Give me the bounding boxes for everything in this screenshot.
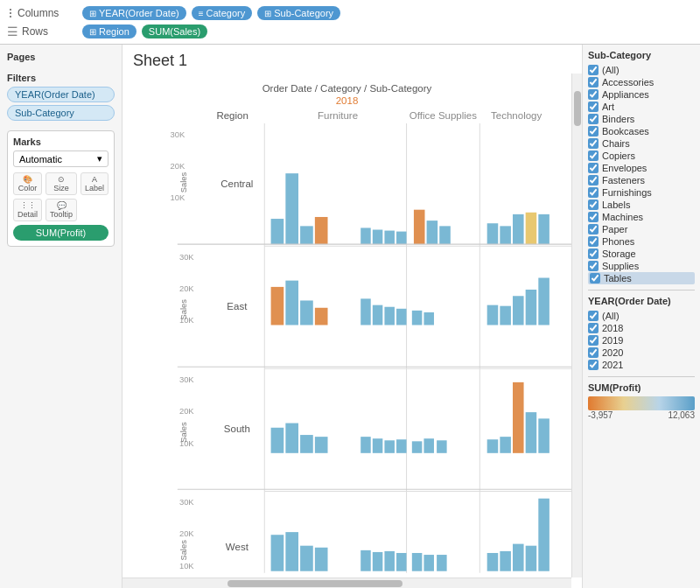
subcategory-appliances[interactable]: Appliances bbox=[588, 88, 695, 101]
subcategory-chairs-label: Chairs bbox=[602, 138, 630, 149]
subcategory-labels-checkbox[interactable] bbox=[588, 200, 598, 210]
subcategory-all-checkbox[interactable] bbox=[588, 65, 598, 75]
subcategory-binders-checkbox[interactable] bbox=[588, 114, 598, 124]
year-2019[interactable]: 2019 bbox=[588, 334, 695, 346]
subcategory-tables-checkbox[interactable] bbox=[590, 273, 600, 284]
svg-rect-92 bbox=[437, 555, 447, 571]
subcategory-fasteners[interactable]: Fasteners bbox=[588, 174, 695, 186]
subcategory-filter-title: Sub-Category bbox=[588, 50, 695, 60]
filter-year[interactable]: YEAR(Order Date) bbox=[7, 87, 115, 102]
marks-section: Marks Automatic ▾ 🎨 Color ⊙ Size A bbox=[7, 130, 115, 247]
subcategory-pill[interactable]: ⊞ Sub-Category bbox=[257, 6, 340, 20]
svg-rect-52 bbox=[526, 290, 537, 325]
svg-rect-68 bbox=[412, 441, 423, 452]
subcategory-fasteners-checkbox[interactable] bbox=[588, 175, 598, 186]
svg-rect-44 bbox=[373, 305, 383, 326]
legend-title: SUM(Profit) bbox=[588, 382, 695, 393]
tooltip-button[interactable]: 💬 Tooltip bbox=[46, 199, 77, 221]
category-pill[interactable]: ≡ Category bbox=[192, 6, 252, 20]
svg-rect-41 bbox=[300, 300, 313, 325]
marks-dropdown[interactable]: Automatic ▾ bbox=[13, 150, 108, 167]
year-all[interactable]: (All) bbox=[588, 310, 695, 322]
subcategory-furnishings-checkbox[interactable] bbox=[588, 187, 598, 198]
year-2020[interactable]: 2020 bbox=[588, 346, 695, 359]
subcategory-paper[interactable]: Paper bbox=[588, 223, 695, 235]
year-2020-checkbox[interactable] bbox=[588, 347, 598, 358]
subcategory-supplies[interactable]: Supplies bbox=[588, 260, 695, 272]
subcategory-machines-checkbox[interactable] bbox=[588, 212, 598, 222]
subcategory-bookcases-checkbox[interactable] bbox=[588, 126, 598, 136]
color-button[interactable]: 🎨 Color bbox=[13, 172, 42, 195]
svg-rect-74 bbox=[526, 412, 537, 453]
year-2021[interactable]: 2021 bbox=[588, 359, 695, 371]
svg-text:10K: 10K bbox=[170, 193, 186, 202]
svg-rect-19 bbox=[300, 226, 313, 244]
subcategory-art[interactable]: Art bbox=[588, 101, 695, 113]
subcategory-labels[interactable]: Labels bbox=[588, 199, 695, 211]
subcategory-tables-label: Tables bbox=[604, 273, 632, 284]
svg-rect-49 bbox=[487, 305, 499, 326]
year-all-checkbox[interactable] bbox=[588, 311, 598, 321]
svg-rect-85 bbox=[315, 548, 328, 571]
svg-rect-32 bbox=[538, 214, 550, 244]
subcategory-all[interactable]: (All) bbox=[588, 64, 695, 76]
sum-sales-pill[interactable]: SUM(Sales) bbox=[142, 24, 207, 38]
subcategory-envelopes-checkbox[interactable] bbox=[588, 163, 598, 173]
region-pill[interactable]: ⊞ Region bbox=[82, 24, 136, 38]
svg-rect-67 bbox=[396, 439, 407, 453]
subcategory-chairs-checkbox[interactable] bbox=[588, 138, 598, 149]
pages-title: Pages bbox=[7, 52, 115, 62]
year-2019-checkbox[interactable] bbox=[588, 335, 598, 346]
subcategory-art-label: Art bbox=[602, 102, 614, 112]
scroll-thumb-horizontal[interactable] bbox=[228, 580, 402, 587]
subcategory-appliances-checkbox[interactable] bbox=[588, 89, 598, 100]
sum-profit-button[interactable]: SUM(Profit) bbox=[13, 225, 108, 241]
subcategory-phones-label: Phones bbox=[602, 236, 634, 247]
label-button[interactable]: A Label bbox=[80, 172, 108, 195]
subcategory-phones-checkbox[interactable] bbox=[588, 236, 598, 247]
subcategory-copiers[interactable]: Copiers bbox=[588, 150, 695, 162]
subcategory-copiers-checkbox[interactable] bbox=[588, 150, 598, 161]
subcategory-accessories-checkbox[interactable] bbox=[588, 77, 598, 88]
filter-subcategory[interactable]: Sub-Category bbox=[7, 105, 115, 121]
horizontal-scrollbar[interactable] bbox=[122, 578, 571, 588]
subcategory-binders-label: Binders bbox=[602, 114, 634, 124]
scroll-thumb-vertical[interactable] bbox=[574, 91, 581, 126]
year-order-date-pill[interactable]: ⊞ YEAR(Order Date) bbox=[82, 6, 186, 20]
subcategory-supplies-checkbox[interactable] bbox=[588, 261, 598, 271]
svg-rect-73 bbox=[513, 382, 524, 453]
subcategory-paper-checkbox[interactable] bbox=[588, 224, 598, 234]
svg-text:30K: 30K bbox=[179, 375, 195, 384]
chevron-down-icon: ▾ bbox=[97, 153, 102, 164]
color-label: Color bbox=[18, 184, 38, 192]
profit-legend-gradient bbox=[588, 396, 695, 410]
subcategory-storage-checkbox[interactable] bbox=[588, 248, 598, 259]
chart-scroll[interactable]: Order Date / Category / Sub-Category 201… bbox=[122, 74, 571, 578]
subcategory-tables[interactable]: Tables bbox=[588, 272, 695, 284]
subcategory-machines[interactable]: Machines bbox=[588, 211, 695, 223]
subcategory-phones[interactable]: Phones bbox=[588, 235, 695, 248]
svg-rect-46 bbox=[396, 309, 407, 326]
svg-rect-40 bbox=[285, 281, 298, 326]
year-2018-label: 2018 bbox=[602, 323, 623, 333]
subcategory-envelopes[interactable]: Envelopes bbox=[588, 162, 695, 174]
subcategory-accessories[interactable]: Accessories bbox=[588, 76, 695, 88]
subcategory-furnishings[interactable]: Furnishings bbox=[588, 186, 695, 199]
vertical-scrollbar[interactable] bbox=[571, 74, 582, 578]
subcategory-bookcases[interactable]: Bookcases bbox=[588, 125, 695, 137]
subcategory-paper-label: Paper bbox=[602, 224, 627, 234]
svg-rect-93 bbox=[487, 553, 499, 571]
svg-rect-70 bbox=[437, 440, 447, 453]
year-2018[interactable]: 2018 bbox=[588, 322, 695, 334]
detail-button[interactable]: ⋮⋮ Detail bbox=[13, 199, 42, 221]
svg-rect-31 bbox=[526, 213, 537, 244]
subcategory-binders[interactable]: Binders bbox=[588, 113, 695, 125]
subcategory-art-checkbox[interactable] bbox=[588, 102, 598, 112]
year-2021-checkbox[interactable] bbox=[588, 360, 598, 370]
year-2018-checkbox[interactable] bbox=[588, 323, 598, 333]
subcategory-chairs[interactable]: Chairs bbox=[588, 137, 695, 150]
svg-rect-63 bbox=[315, 437, 328, 453]
subcategory-storage[interactable]: Storage bbox=[588, 248, 695, 260]
size-button[interactable]: ⊙ Size bbox=[46, 172, 77, 195]
svg-text:Technology: Technology bbox=[491, 110, 542, 121]
